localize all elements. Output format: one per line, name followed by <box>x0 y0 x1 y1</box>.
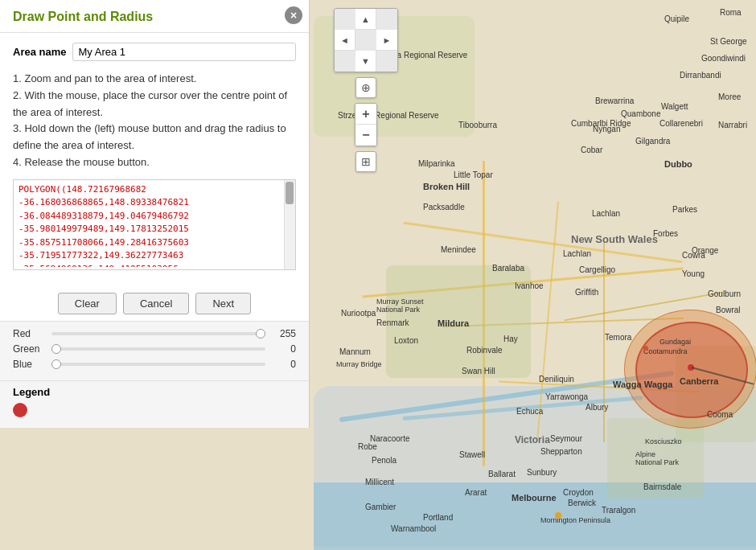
label-griffith: Griffith <box>575 288 598 297</box>
instruction-4: 4. Release the mouse button. <box>13 154 296 171</box>
cancel-button[interactable]: Cancel <box>123 293 189 314</box>
label-broken-hill: Broken Hill <box>423 182 470 191</box>
close-button[interactable]: × <box>285 6 302 24</box>
label-deniliquin: Deniliquin <box>539 375 574 384</box>
label-gilgandra: Gilgandra <box>635 137 670 146</box>
label-lachlan: Lachlan <box>563 249 591 258</box>
label-menindee: Menindee <box>441 245 476 254</box>
green-row: Green 0 <box>13 343 296 355</box>
legend-section: Legend <box>0 380 309 428</box>
label-nyngan: Nyngan <box>593 125 620 133</box>
scrollbar-thumb <box>286 182 294 204</box>
dialog-body: Area name 1. Zoom and pan to the area of… <box>0 33 309 286</box>
green-label: Green <box>13 343 45 355</box>
instruction-2: 2. With the mouse, place the cursor over… <box>13 88 296 121</box>
label-nsw: New South Wales <box>571 233 658 245</box>
label-narrabri: Narrabri <box>718 121 747 129</box>
nav-pad: ▲ ◄ ► ▼ <box>334 8 398 72</box>
label-quipile: Quipile <box>664 14 689 23</box>
dialog-panel: Draw Point and Radius × Area name 1. Zoo… <box>0 0 310 428</box>
label-dirranbandi: Dirranbandi <box>680 71 721 80</box>
dialog-header: Draw Point and Radius × <box>0 0 309 33</box>
label-stgeorge: St George <box>710 37 747 46</box>
label-lachfocal: Lachlan <box>592 209 620 218</box>
label-brewarrina: Brewarrina <box>595 96 634 105</box>
blue-label: Blue <box>13 359 45 370</box>
map-controls: ▲ ◄ ► ▼ ⊕ + − ⊞ <box>334 8 398 172</box>
nav-left-btn[interactable]: ◄ <box>335 30 355 51</box>
label-roma: Roma <box>720 8 742 17</box>
instruction-1: 1. Zoom and pan to the area of interest. <box>13 71 296 88</box>
instructions-text: 1. Zoom and pan to the area of interest.… <box>13 71 296 171</box>
label-collarenebri: Collarenebri <box>659 119 703 128</box>
label-dubbo: Dubbo <box>664 159 692 169</box>
label-little-topar: Little Topar <box>454 170 493 179</box>
color-section: Red 255 Green 0 Blue 0 <box>0 321 309 380</box>
label-orange: Orange <box>692 246 718 255</box>
zoom-out-btn[interactable]: − <box>355 125 376 146</box>
area-name-label: Area name <box>13 46 66 58</box>
label-nuriootpa: Nuriootpa <box>341 309 376 318</box>
blue-slider-thumb[interactable] <box>51 359 61 369</box>
red-slider-thumb[interactable] <box>256 329 265 339</box>
buttons-row: Clear Cancel Next <box>0 286 309 321</box>
legend-circle <box>13 403 27 417</box>
zoom-controls: + − <box>355 103 377 146</box>
red-row: Red 255 <box>13 328 296 339</box>
label-young: Young <box>682 269 705 278</box>
label-bowral: Bowral <box>716 306 741 314</box>
label-milparinka: Milparinka <box>418 159 455 168</box>
label-moree: Moree <box>718 92 741 101</box>
label-packsaddle: Packsaddle <box>423 203 465 211</box>
zoom-in-btn[interactable]: + <box>355 104 376 125</box>
label-walgett: Walgett <box>661 102 688 111</box>
dialog-title: Draw Point and Radius <box>13 10 296 24</box>
polygon-textarea[interactable] <box>14 180 295 267</box>
legend-title: Legend <box>13 386 296 398</box>
label-murray-bridge: Murray Bridge <box>336 360 382 368</box>
label-temora: Temora <box>605 333 631 342</box>
blue-slider-track[interactable] <box>51 363 265 366</box>
nav-up-btn[interactable]: ▲ <box>355 9 376 30</box>
instruction-3: 3. Hold down the (left) mouse button and… <box>13 121 296 154</box>
label-quambone: Quambone <box>621 109 660 118</box>
label-parkes: Parkes <box>672 205 697 214</box>
area-name-input[interactable] <box>72 43 296 61</box>
label-cobar: Cobar <box>581 146 602 154</box>
label-cargelligo: Cargelligo <box>579 265 615 274</box>
next-button[interactable]: Next <box>195 293 251 314</box>
label-forbes: Forbes <box>653 229 678 238</box>
blue-row: Blue 0 <box>13 359 296 370</box>
red-label: Red <box>13 328 45 339</box>
scrollbar-track <box>284 180 295 269</box>
area-name-row: Area name <box>13 43 296 61</box>
clear-button[interactable]: Clear <box>58 293 117 314</box>
red-slider-track[interactable] <box>51 332 265 335</box>
blue-value: 0 <box>272 359 296 370</box>
polygon-container <box>13 179 296 270</box>
nav-right-btn[interactable]: ► <box>376 30 397 51</box>
label-cowra: Cowra <box>682 251 705 260</box>
label-cumbarlbi: Cumbarlbi Ridge <box>571 119 631 128</box>
nav-down-btn[interactable]: ▼ <box>355 51 376 72</box>
red-value: 255 <box>272 328 296 339</box>
green-value: 0 <box>272 343 296 355</box>
crosshair-btn[interactable]: ⊕ <box>355 77 376 98</box>
label-mannum: Mannum <box>339 347 371 356</box>
expand-btn[interactable]: ⊞ <box>355 151 376 172</box>
green-slider-track[interactable] <box>51 347 265 351</box>
green-slider-thumb[interactable] <box>51 344 61 354</box>
label-goondiwindi: Goondiwindi <box>701 54 746 63</box>
